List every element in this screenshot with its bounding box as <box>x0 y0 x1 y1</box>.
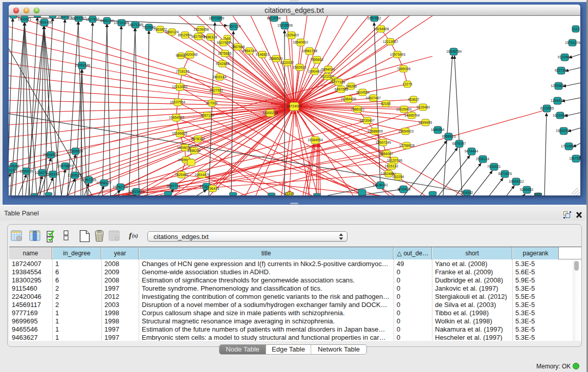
svg-text:6466160: 6466160 <box>100 19 114 23</box>
svg-text:6679197: 6679197 <box>452 142 466 145</box>
svg-text:19654983: 19654983 <box>169 116 184 119</box>
svg-text:8427552: 8427552 <box>210 89 224 92</box>
svg-text:20053346: 20053346 <box>75 63 90 67</box>
svg-text:16782759: 16782759 <box>113 185 128 189</box>
svg-text:1990443: 1990443 <box>308 70 322 73</box>
svg-text:9242848: 9242848 <box>216 62 230 65</box>
svg-text:19384554: 19384554 <box>308 138 323 142</box>
svg-text:3675685: 3675685 <box>218 52 232 55</box>
svg-text:924502: 924502 <box>462 191 473 194</box>
svg-text:1145194: 1145194 <box>46 172 59 176</box>
svg-text:16033809: 16033809 <box>209 16 224 20</box>
svg-text:8878332: 8878332 <box>191 137 205 141</box>
svg-text:1640954: 1640954 <box>431 128 445 132</box>
svg-text:6994024: 6994024 <box>321 68 335 71</box>
svg-text:8958923: 8958923 <box>442 135 456 138</box>
svg-text:14495794: 14495794 <box>404 114 420 117</box>
svg-text:98961: 98961 <box>176 54 186 57</box>
svg-text:17957255: 17957255 <box>81 178 96 182</box>
svg-text:3498222: 3498222 <box>187 149 201 152</box>
svg-text:1527602: 1527602 <box>86 17 100 21</box>
svg-text:21364436: 21364436 <box>341 97 356 101</box>
svg-text:10654112: 10654112 <box>509 180 524 183</box>
svg-text:252254: 252254 <box>393 175 404 179</box>
svg-text:62160: 62160 <box>381 102 391 105</box>
svg-text:10973493: 10973493 <box>390 53 405 56</box>
svg-text:9245652: 9245652 <box>520 188 534 191</box>
svg-text:12923448: 12923448 <box>129 190 144 193</box>
svg-text:1244419: 1244419 <box>551 99 564 102</box>
svg-text:9860124: 9860124 <box>165 30 179 34</box>
svg-text:10653287: 10653287 <box>71 16 86 20</box>
svg-text:10607487: 10607487 <box>365 96 381 100</box>
svg-text:1112: 1112 <box>572 27 579 31</box>
svg-text:16961758: 16961758 <box>302 49 317 53</box>
svg-text:8454749: 8454749 <box>243 49 256 53</box>
svg-text:20206536: 20206536 <box>43 153 58 157</box>
svg-text:9115460: 9115460 <box>417 105 430 109</box>
svg-text:20691406: 20691406 <box>37 20 52 24</box>
svg-text:9450: 9450 <box>534 192 541 195</box>
svg-text:12093832: 12093832 <box>551 84 566 87</box>
svg-text:12505135: 12505135 <box>68 173 83 177</box>
svg-text:19654923: 19654923 <box>398 129 413 133</box>
svg-text:9120966: 9120966 <box>558 55 572 59</box>
svg-text:10688609: 10688609 <box>367 129 383 133</box>
svg-text:16648784: 16648784 <box>446 50 462 53</box>
svg-text:1156829: 1156829 <box>19 169 33 173</box>
svg-text:18907249: 18907249 <box>376 141 391 144</box>
svg-text:8215955: 8215955 <box>540 106 554 110</box>
svg-text:8912954: 8912954 <box>178 33 192 37</box>
svg-text:7485006: 7485006 <box>397 67 411 71</box>
svg-text:9146821: 9146821 <box>256 53 270 56</box>
svg-text:12213967: 12213967 <box>383 40 398 43</box>
svg-text:9084067: 9084067 <box>380 152 394 156</box>
svg-text:16914479: 16914479 <box>194 173 210 177</box>
svg-text:2935114: 2935114 <box>476 157 489 161</box>
svg-text:1167533: 1167533 <box>569 157 580 160</box>
svg-text:10025433: 10025433 <box>396 107 411 111</box>
svg-text:16120746: 16120746 <box>387 159 402 162</box>
svg-text:18724007: 18724007 <box>287 104 302 108</box>
svg-text:9699695: 9699695 <box>419 121 432 124</box>
svg-text:15345: 15345 <box>285 192 294 195</box>
svg-text:2867608: 2867608 <box>231 45 245 49</box>
svg-text:9827509: 9827509 <box>191 35 205 38</box>
svg-text:10975857: 10975857 <box>57 164 73 168</box>
svg-text:7986322: 7986322 <box>351 107 365 111</box>
svg-text:16671385: 16671385 <box>128 23 143 27</box>
svg-text:14136141: 14136141 <box>373 183 388 187</box>
svg-text:15300273: 15300273 <box>263 111 278 115</box>
svg-text:6497568: 6497568 <box>335 87 349 91</box>
svg-text:9657771: 9657771 <box>167 184 181 188</box>
svg-text:7357224: 7357224 <box>227 25 241 28</box>
svg-text:1588520: 1588520 <box>269 57 283 60</box>
svg-text:16210643: 16210643 <box>553 114 568 117</box>
svg-text:8813054: 8813054 <box>267 16 281 20</box>
svg-text:1736415: 1736415 <box>206 187 220 190</box>
svg-text:18640910: 18640910 <box>293 40 308 44</box>
svg-text:3624534: 3624534 <box>356 91 370 94</box>
svg-text:1405571: 1405571 <box>18 17 32 21</box>
svg-text:9474444: 9474444 <box>465 149 478 153</box>
svg-text:2803144: 2803144 <box>213 75 227 79</box>
svg-text:1615132: 1615132 <box>385 164 399 168</box>
svg-text:12213383: 12213383 <box>172 85 187 89</box>
svg-text:9777169: 9777169 <box>332 80 345 84</box>
svg-text:12275: 12275 <box>403 82 412 86</box>
svg-text:1562615: 1562615 <box>293 65 307 69</box>
svg-text:453627: 453627 <box>408 98 420 101</box>
svg-text:417004: 417004 <box>206 101 218 105</box>
svg-text:10756928: 10756928 <box>399 144 415 147</box>
svg-text:18720407: 18720407 <box>359 119 375 122</box>
svg-text:3267130: 3267130 <box>201 114 214 117</box>
svg-text:1733426: 1733426 <box>397 187 411 191</box>
svg-text:8322037: 8322037 <box>280 61 294 64</box>
svg-text:10958127: 10958127 <box>96 181 112 185</box>
svg-text:17359924: 17359924 <box>68 149 83 153</box>
svg-text:7955812: 7955812 <box>310 58 324 61</box>
svg-text:19166825: 19166825 <box>172 132 187 135</box>
svg-text:2087682: 2087682 <box>367 16 381 20</box>
svg-text:7632621: 7632621 <box>487 165 501 168</box>
svg-text:9227342: 9227342 <box>555 69 569 72</box>
